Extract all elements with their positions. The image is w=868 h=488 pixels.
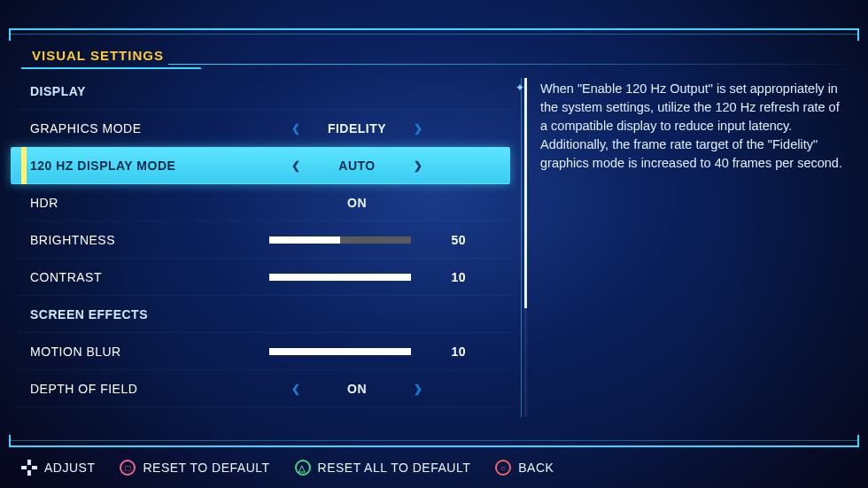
dpad-icon bbox=[21, 460, 37, 476]
circle-icon: ○ bbox=[495, 460, 511, 476]
scrollbar[interactable]: ✦ bbox=[510, 73, 533, 435]
slider-brightness[interactable] bbox=[269, 236, 411, 244]
row-brightness[interactable]: BRIGHTNESS 50 bbox=[18, 221, 510, 259]
hint-adjust: ADJUST bbox=[21, 460, 95, 476]
chevron-left-icon[interactable]: ❮ bbox=[288, 122, 305, 135]
section-screen-effects: SCREEN EFFECTS bbox=[18, 296, 510, 333]
gear-icon: ✦ bbox=[515, 81, 524, 94]
label-hdr: HDR bbox=[30, 196, 216, 210]
label-contrast: CONTRAST bbox=[30, 270, 216, 284]
value-brightness: 50 bbox=[430, 233, 466, 247]
section-display: DISPLAY bbox=[18, 73, 510, 110]
page-title: VISUAL SETTINGS bbox=[21, 44, 185, 69]
row-graphics-mode[interactable]: GRAPHICS MODE ❮ FIDELITY ❯ bbox=[18, 110, 510, 147]
triangle-icon: △ bbox=[295, 460, 311, 476]
label-motion-blur: MOTION BLUR bbox=[30, 345, 216, 359]
description-panel: When "Enable 120 Hz Output" is set appro… bbox=[533, 73, 850, 435]
value-graphics-mode: FIDELITY bbox=[313, 121, 401, 136]
description-text: When "Enable 120 Hz Output" is set appro… bbox=[540, 80, 847, 173]
value-motion-blur: 10 bbox=[430, 345, 466, 359]
value-dof: ON bbox=[313, 382, 401, 396]
slider-motion-blur[interactable] bbox=[269, 348, 411, 355]
square-icon: □ bbox=[120, 460, 136, 476]
row-motion-blur[interactable]: MOTION BLUR 10 bbox=[18, 333, 510, 370]
chevron-right-icon[interactable]: ❯ bbox=[410, 383, 427, 395]
chevron-left-icon[interactable]: ❮ bbox=[288, 159, 305, 172]
row-120hz-display-mode[interactable]: 120 HZ DISPLAY MODE ❮ AUTO ❯ bbox=[11, 147, 510, 184]
hint-reset: □ RESET TO DEFAULT bbox=[120, 460, 269, 476]
chevron-left-icon[interactable]: ❮ bbox=[288, 383, 305, 395]
footer-hints: ADJUST □ RESET TO DEFAULT △ RESET ALL TO… bbox=[21, 460, 847, 476]
value-hdr: ON bbox=[313, 196, 401, 210]
label-dof: DEPTH OF FIELD bbox=[30, 382, 216, 396]
hint-back: ○ BACK bbox=[495, 460, 554, 476]
chevron-right-icon[interactable]: ❯ bbox=[410, 122, 427, 135]
value-contrast: 10 bbox=[430, 270, 466, 284]
value-120hz: AUTO bbox=[313, 159, 401, 173]
label-graphics-mode: GRAPHICS MODE bbox=[30, 121, 216, 136]
row-depth-of-field[interactable]: DEPTH OF FIELD ❮ ON ❯ bbox=[18, 370, 510, 407]
label-brightness: BRIGHTNESS bbox=[30, 233, 216, 247]
row-hdr[interactable]: HDR ON bbox=[18, 184, 510, 221]
label-120hz: 120 HZ DISPLAY MODE bbox=[30, 159, 216, 173]
row-contrast[interactable]: CONTRAST 10 bbox=[18, 259, 510, 296]
hint-reset-all: △ RESET ALL TO DEFAULT bbox=[295, 460, 471, 476]
slider-contrast[interactable] bbox=[269, 274, 411, 281]
chevron-right-icon[interactable]: ❯ bbox=[410, 159, 427, 172]
settings-list: DISPLAY GRAPHICS MODE ❮ FIDELITY ❯ 120 H… bbox=[18, 73, 510, 435]
